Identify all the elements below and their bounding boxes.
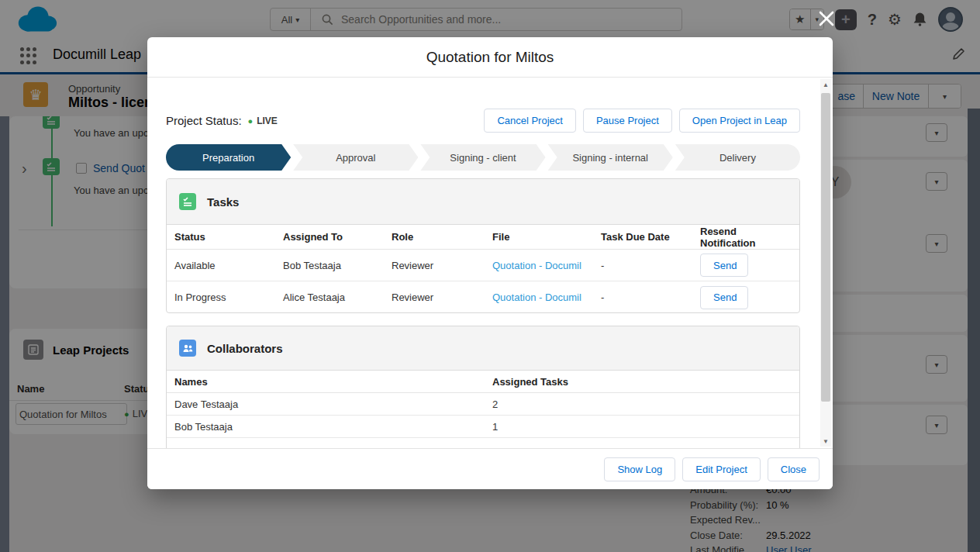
scrollbar-thumb[interactable] [821,93,830,402]
task-status: In Progress [174,292,283,303]
project-actions: Cancel Project Pause Project Open Projec… [484,109,800,133]
task-assigned-to: Bob Testaaja [283,260,392,271]
col-status: Status [174,231,283,243]
col-file: File [492,231,601,243]
path-stage-signing-internal[interactable]: Signing - internal [548,144,673,171]
col-role: Role [392,231,492,243]
edit-project-button[interactable]: Edit Project [682,457,760,481]
cancel-project-button[interactable]: Cancel Project [484,109,576,133]
project-status-row: Project Status: ● LIVE Cancel Project Pa… [166,109,800,133]
col-assigned-tasks: Assigned Tasks [492,376,792,388]
task-row: Available Bob Testaaja Reviewer Quotatio… [167,250,799,281]
task-role: Reviewer [392,260,492,271]
collaborator-name: Dave Testaaja [174,398,492,410]
task-due-date: - [601,260,700,271]
project-status-value: LIVE [257,116,278,126]
collaborator-row: Bob Testaaja 1 [167,416,799,438]
screen: All ▾ Search Opportunities and more... ★… [0,0,980,552]
send-notification-button[interactable]: Send [700,254,748,277]
path-stage-delivery[interactable]: Delivery [675,144,800,171]
tasks-section-header: Tasks [167,179,799,225]
collaborators-icon [179,340,196,357]
collaborator-name: Bob Testaaja [174,421,492,433]
project-modal: Quotation for Miltos Project Status: ● L… [147,37,833,489]
show-log-button[interactable]: Show Log [604,457,675,481]
tasks-section: Tasks Status Assigned To Role File Task … [166,178,800,313]
task-status: Available [174,260,283,271]
task-row: In Progress Alice Testaaja Reviewer Quot… [167,281,799,313]
col-task-due-date: Task Due Date [601,231,700,243]
col-assigned-to: Assigned To [283,231,392,243]
task-file-link[interactable]: Quotation - Documil [492,260,601,271]
collaborators-title: Collaborators [207,342,283,355]
task-role: Reviewer [392,292,492,303]
col-names: Names [174,376,492,388]
modal-close-icon[interactable] [815,7,838,30]
task-file-link[interactable]: Quotation - Documil [492,292,601,303]
scroll-up-icon[interactable]: ▲ [820,79,831,90]
scroll-down-icon[interactable]: ▼ [820,436,831,447]
close-button[interactable]: Close [768,457,820,481]
modal-header: Quotation for Miltos [147,37,833,78]
modal-scrollbar[interactable]: ▲ ▼ [820,79,831,447]
send-notification-button[interactable]: Send [700,286,748,309]
project-path: Preparation Approval Signing - client Si… [166,144,800,171]
modal-title: Quotation for Miltos [426,49,554,66]
col-resend-notification: Resend Notification [700,226,792,249]
project-status-label: Project Status: [166,114,242,127]
path-stage-signing-client[interactable]: Signing - client [420,144,545,171]
modal-body: Project Status: ● LIVE Cancel Project Pa… [147,78,833,448]
tasks-table-header: Status Assigned To Role File Task Due Da… [167,225,799,250]
pause-project-button[interactable]: Pause Project [583,109,672,133]
collaborator-task-count: 1 [492,421,792,433]
path-stage-approval[interactable]: Approval [293,144,418,171]
collaborator-task-count: 2 [492,398,792,410]
collaborators-section: Collaborators Names Assigned Tasks Dave … [166,326,800,448]
collaborators-table-header: Names Assigned Tasks [167,371,799,393]
collaborators-section-header: Collaborators [167,326,799,371]
tasks-icon [179,193,196,210]
task-due-date: - [601,292,700,303]
collaborator-row: Dave Testaaja 2 [167,393,799,416]
status-dot-icon: ● [248,116,254,126]
modal-footer: Show Log Edit Project Close [147,448,833,489]
path-stage-preparation[interactable]: Preparation [166,144,291,171]
open-project-in-leap-button[interactable]: Open Project in Leap [679,109,800,133]
task-assigned-to: Alice Testaaja [283,292,392,303]
tasks-title: Tasks [207,195,239,209]
